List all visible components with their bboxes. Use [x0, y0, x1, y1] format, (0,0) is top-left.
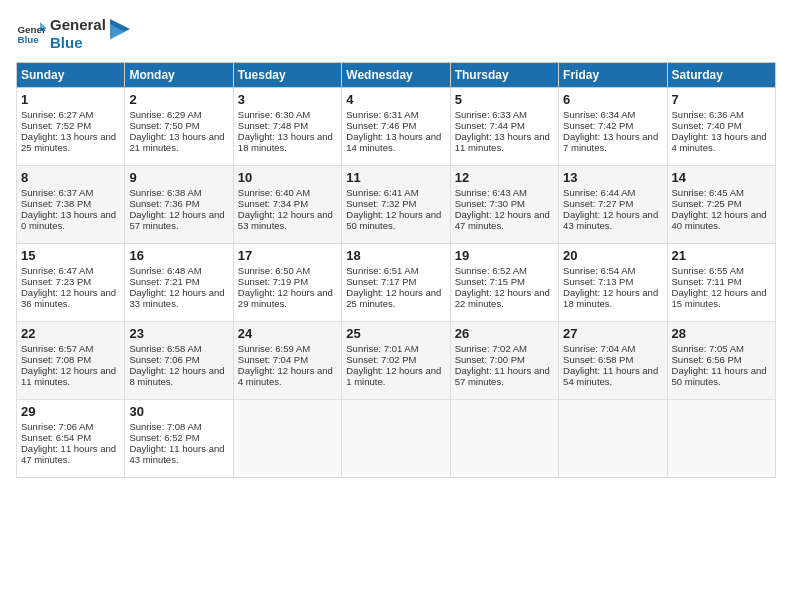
daylight-label: Daylight: 11 hours and 50 minutes.: [672, 365, 767, 387]
sunset-label: Sunset: 7:13 PM: [563, 276, 633, 287]
sunrise-label: Sunrise: 6:27 AM: [21, 109, 93, 120]
sunrise-label: Sunrise: 6:37 AM: [21, 187, 93, 198]
logo-blue: Blue: [50, 34, 106, 52]
sunset-label: Sunset: 7:11 PM: [672, 276, 742, 287]
day-number: 13: [563, 170, 662, 185]
sunset-label: Sunset: 7:15 PM: [455, 276, 525, 287]
daylight-label: Daylight: 12 hours and 11 minutes.: [21, 365, 116, 387]
calendar-cell: 9Sunrise: 6:38 AMSunset: 7:36 PMDaylight…: [125, 166, 233, 244]
daylight-label: Daylight: 13 hours and 7 minutes.: [563, 131, 658, 153]
calendar-cell: 15Sunrise: 6:47 AMSunset: 7:23 PMDayligh…: [17, 244, 125, 322]
calendar-cell: 25Sunrise: 7:01 AMSunset: 7:02 PMDayligh…: [342, 322, 450, 400]
calendar-cell: 27Sunrise: 7:04 AMSunset: 6:58 PMDayligh…: [559, 322, 667, 400]
day-number: 20: [563, 248, 662, 263]
daylight-label: Daylight: 12 hours and 33 minutes.: [129, 287, 224, 309]
weekday-header-monday: Monday: [125, 63, 233, 88]
sunrise-label: Sunrise: 6:51 AM: [346, 265, 418, 276]
day-number: 4: [346, 92, 445, 107]
daylight-label: Daylight: 13 hours and 11 minutes.: [455, 131, 550, 153]
sunrise-label: Sunrise: 6:33 AM: [455, 109, 527, 120]
sunset-label: Sunset: 7:23 PM: [21, 276, 91, 287]
daylight-label: Daylight: 12 hours and 1 minute.: [346, 365, 441, 387]
sunset-label: Sunset: 7:02 PM: [346, 354, 416, 365]
sunrise-label: Sunrise: 6:29 AM: [129, 109, 201, 120]
calendar-cell: [559, 400, 667, 478]
daylight-label: Daylight: 13 hours and 14 minutes.: [346, 131, 441, 153]
sunrise-label: Sunrise: 6:31 AM: [346, 109, 418, 120]
calendar-cell: 1Sunrise: 6:27 AMSunset: 7:52 PMDaylight…: [17, 88, 125, 166]
logo: General Blue General Blue: [16, 16, 130, 52]
day-number: 9: [129, 170, 228, 185]
daylight-label: Daylight: 12 hours and 18 minutes.: [563, 287, 658, 309]
calendar-cell: 8Sunrise: 6:37 AMSunset: 7:38 PMDaylight…: [17, 166, 125, 244]
sunrise-label: Sunrise: 7:08 AM: [129, 421, 201, 432]
calendar-table: SundayMondayTuesdayWednesdayThursdayFrid…: [16, 62, 776, 478]
sunset-label: Sunset: 7:48 PM: [238, 120, 308, 131]
sunrise-label: Sunrise: 6:58 AM: [129, 343, 201, 354]
header: General Blue General Blue: [16, 16, 776, 52]
sunset-label: Sunset: 7:50 PM: [129, 120, 199, 131]
sunrise-label: Sunrise: 6:48 AM: [129, 265, 201, 276]
weekday-header-sunday: Sunday: [17, 63, 125, 88]
daylight-label: Daylight: 11 hours and 43 minutes.: [129, 443, 224, 465]
calendar-cell: 26Sunrise: 7:02 AMSunset: 7:00 PMDayligh…: [450, 322, 558, 400]
sunrise-label: Sunrise: 6:44 AM: [563, 187, 635, 198]
calendar-cell: 21Sunrise: 6:55 AMSunset: 7:11 PMDayligh…: [667, 244, 775, 322]
weekday-header-row: SundayMondayTuesdayWednesdayThursdayFrid…: [17, 63, 776, 88]
calendar-cell: 24Sunrise: 6:59 AMSunset: 7:04 PMDayligh…: [233, 322, 341, 400]
day-number: 2: [129, 92, 228, 107]
sunset-label: Sunset: 7:38 PM: [21, 198, 91, 209]
calendar-cell: 19Sunrise: 6:52 AMSunset: 7:15 PMDayligh…: [450, 244, 558, 322]
daylight-label: Daylight: 13 hours and 4 minutes.: [672, 131, 767, 153]
sunset-label: Sunset: 7:17 PM: [346, 276, 416, 287]
daylight-label: Daylight: 13 hours and 21 minutes.: [129, 131, 224, 153]
day-number: 11: [346, 170, 445, 185]
sunset-label: Sunset: 7:27 PM: [563, 198, 633, 209]
day-number: 7: [672, 92, 771, 107]
sunrise-label: Sunrise: 6:36 AM: [672, 109, 744, 120]
daylight-label: Daylight: 12 hours and 8 minutes.: [129, 365, 224, 387]
weekday-header-saturday: Saturday: [667, 63, 775, 88]
sunrise-label: Sunrise: 6:30 AM: [238, 109, 310, 120]
day-number: 26: [455, 326, 554, 341]
sunset-label: Sunset: 7:21 PM: [129, 276, 199, 287]
sunrise-label: Sunrise: 7:02 AM: [455, 343, 527, 354]
day-number: 3: [238, 92, 337, 107]
calendar-cell: 2Sunrise: 6:29 AMSunset: 7:50 PMDaylight…: [125, 88, 233, 166]
calendar-week-row: 29Sunrise: 7:06 AMSunset: 6:54 PMDayligh…: [17, 400, 776, 478]
calendar-cell: [342, 400, 450, 478]
calendar-cell: 23Sunrise: 6:58 AMSunset: 7:06 PMDayligh…: [125, 322, 233, 400]
daylight-label: Daylight: 12 hours and 36 minutes.: [21, 287, 116, 309]
sunrise-label: Sunrise: 6:50 AM: [238, 265, 310, 276]
sunset-label: Sunset: 7:52 PM: [21, 120, 91, 131]
sunrise-label: Sunrise: 7:05 AM: [672, 343, 744, 354]
sunset-label: Sunset: 6:56 PM: [672, 354, 742, 365]
calendar-cell: 4Sunrise: 6:31 AMSunset: 7:46 PMDaylight…: [342, 88, 450, 166]
sunset-label: Sunset: 7:44 PM: [455, 120, 525, 131]
logo-arrow-icon: [110, 19, 130, 49]
calendar-cell: 22Sunrise: 6:57 AMSunset: 7:08 PMDayligh…: [17, 322, 125, 400]
calendar-cell: 28Sunrise: 7:05 AMSunset: 6:56 PMDayligh…: [667, 322, 775, 400]
sunset-label: Sunset: 7:04 PM: [238, 354, 308, 365]
daylight-label: Daylight: 12 hours and 50 minutes.: [346, 209, 441, 231]
calendar-cell: 18Sunrise: 6:51 AMSunset: 7:17 PMDayligh…: [342, 244, 450, 322]
day-number: 19: [455, 248, 554, 263]
calendar-cell: 16Sunrise: 6:48 AMSunset: 7:21 PMDayligh…: [125, 244, 233, 322]
daylight-label: Daylight: 12 hours and 15 minutes.: [672, 287, 767, 309]
sunset-label: Sunset: 7:25 PM: [672, 198, 742, 209]
sunrise-label: Sunrise: 6:52 AM: [455, 265, 527, 276]
calendar-cell: 13Sunrise: 6:44 AMSunset: 7:27 PMDayligh…: [559, 166, 667, 244]
calendar-cell: 17Sunrise: 6:50 AMSunset: 7:19 PMDayligh…: [233, 244, 341, 322]
day-number: 15: [21, 248, 120, 263]
daylight-label: Daylight: 11 hours and 54 minutes.: [563, 365, 658, 387]
calendar-cell: 11Sunrise: 6:41 AMSunset: 7:32 PMDayligh…: [342, 166, 450, 244]
logo-general: General: [50, 16, 106, 34]
day-number: 6: [563, 92, 662, 107]
day-number: 22: [21, 326, 120, 341]
sunrise-label: Sunrise: 7:06 AM: [21, 421, 93, 432]
day-number: 12: [455, 170, 554, 185]
calendar-cell: 12Sunrise: 6:43 AMSunset: 7:30 PMDayligh…: [450, 166, 558, 244]
day-number: 1: [21, 92, 120, 107]
day-number: 27: [563, 326, 662, 341]
sunset-label: Sunset: 7:19 PM: [238, 276, 308, 287]
